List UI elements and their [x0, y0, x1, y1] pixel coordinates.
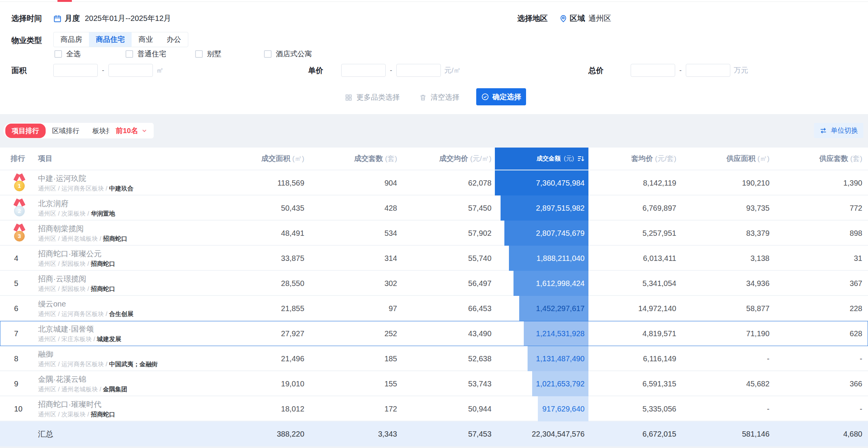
col-header-supply-area[interactable]: 供应面积 (㎡) — [676, 154, 769, 164]
table-row[interactable]: 9金隅·花溪云锦通州区 / 通州老城板块 / 金隅集团19,01015553,7… — [0, 371, 868, 396]
unit-avg-price-cell: 14,972,140 — [588, 304, 676, 313]
project-cell: 招商·云璟揽阅通州区 / 梨园板块 / 招商蛇口 — [38, 274, 213, 292]
ranking-tab[interactable]: 项目排行 — [5, 124, 46, 138]
unit-avg-price-cell: 5,335,056 — [588, 405, 676, 413]
total-price-unit-label: 万元 — [734, 65, 748, 75]
total-price-max-input[interactable] — [686, 64, 730, 77]
checkbox-box[interactable] — [264, 50, 272, 58]
unit-avg-price-cell: 5,257,951 — [588, 229, 676, 238]
rank-cell: 10 — [9, 405, 38, 413]
col-header-supply-units[interactable]: 供应套数 (套) — [769, 154, 862, 164]
subtype-checkbox[interactable]: 普通住宅 — [126, 49, 166, 59]
clear-selection-label: 清空选择 — [431, 92, 459, 102]
deal-units-cell: 302 — [304, 279, 397, 288]
project-name[interactable]: 北京润府 — [38, 199, 213, 208]
deal-amount-bar: 2,807,745,679 — [504, 221, 588, 246]
summary-deal-amount: 22,304,547,576 — [491, 430, 588, 438]
area-max-input[interactable] — [108, 64, 153, 77]
region-value[interactable]: 通州区 — [588, 13, 611, 24]
unit-price-unit-label: 元/㎡ — [444, 65, 461, 75]
project-name[interactable]: 招商朝棠揽阅 — [38, 224, 213, 233]
deal-area-cell: 33,875 — [213, 254, 304, 263]
supply-area-cell: 71,190 — [676, 329, 769, 338]
subtype-checkbox[interactable]: 全选 — [54, 49, 81, 59]
supply-area-cell: - — [676, 354, 769, 363]
project-name[interactable]: 中建·运河玖院 — [38, 174, 213, 183]
total-price-min-input[interactable] — [631, 64, 675, 77]
table-header: 排行 项目 成交面积 (㎡) 成交套数 (套) 成交均价 (元/㎡) 成交金额 … — [0, 148, 868, 170]
top-n-dropdown[interactable]: 前10名 — [109, 123, 154, 138]
ranking-tab[interactable]: 区域排行 — [46, 124, 86, 138]
developer-name: 金隅集团 — [103, 386, 127, 392]
time-range-value[interactable]: 2025年01月--2025年12月 — [85, 13, 171, 24]
check-circle-icon — [481, 93, 489, 101]
deal-amount-bar: 7,360,475,984 — [495, 170, 588, 195]
clear-selection-button[interactable]: 清空选择 — [419, 92, 459, 102]
time-mode-toggle[interactable]: 月度 — [65, 13, 80, 24]
supply-area-cell: - — [676, 405, 769, 413]
subtype-checkbox[interactable]: 别墅 — [195, 49, 221, 59]
rank-number: 6 — [9, 304, 18, 313]
property-type-tab[interactable]: 商业 — [132, 32, 160, 47]
col-header-deal-avg-price[interactable]: 成交均价 (元/㎡) — [397, 154, 491, 164]
unit-avg-price-cell: 6,769,897 — [588, 204, 676, 213]
confirm-selection-button[interactable]: 确定选择 — [476, 88, 526, 105]
grid-icon — [345, 94, 353, 102]
rank-number: 4 — [9, 254, 18, 263]
table-row[interactable]: 6缦云one通州区 / 运河商务区板块 / 合生创展21,8559766,453… — [0, 296, 868, 321]
project-name[interactable]: 金隅·花溪云锦 — [38, 375, 213, 384]
region-scope-toggle[interactable]: 区域 — [570, 13, 585, 24]
deal-amount-bar: 1,452,297,617 — [519, 296, 588, 321]
project-path: 通州区 / 次渠板块 / 招商蛇口 — [38, 411, 213, 418]
deal-amount-cell: 1,131,487,490 — [491, 346, 588, 371]
time-filter-group: 选择时间 月度 2025年01月--2025年12月 — [11, 13, 171, 24]
checkbox-box[interactable] — [54, 50, 62, 58]
unit-switch-button[interactable]: 单位切换 — [814, 123, 863, 138]
table-row[interactable]: 4招商蛇口·璀璨公元通州区 / 梨园板块 / 招商蛇口33,87531455,7… — [0, 246, 868, 271]
property-type-tab[interactable]: 商品房 — [54, 32, 89, 47]
table-row[interactable]: 3招商朝棠揽阅通州区 / 通州老城板块 / 招商蛇口48,49153457,90… — [0, 221, 868, 246]
project-name[interactable]: 融御 — [38, 350, 213, 359]
deal-amount-cell: 1,214,531,928 — [491, 321, 588, 346]
project-name[interactable]: 缦云one — [38, 299, 213, 308]
supply-units-cell: - — [769, 405, 862, 413]
deal-area-cell: 19,010 — [213, 380, 304, 388]
table-row[interactable]: 10招商蛇口·璀璨时代通州区 / 次渠板块 / 招商蛇口18,01217250,… — [0, 396, 868, 421]
medal-bronze-icon: 3 — [12, 224, 27, 241]
area-min-input[interactable] — [53, 64, 98, 77]
col-header-deal-amount[interactable]: 成交金额 (元) — [491, 148, 588, 170]
table-row[interactable]: 1中建·运河玖院通州区 / 运河商务区板块 / 中建玖合118,56990462… — [0, 170, 868, 195]
project-path: 通州区 / 梨园板块 / 招商蛇口 — [38, 285, 213, 292]
supply-units-cell: 228 — [769, 304, 862, 313]
unit-price-min-input[interactable] — [341, 64, 386, 77]
col-header-deal-area[interactable]: 成交面积 (㎡) — [213, 154, 304, 164]
checkbox-label: 全选 — [66, 49, 81, 59]
project-name[interactable]: 招商蛇口·璀璨公元 — [38, 249, 213, 258]
summary-unit-avg-price: 6,672,015 — [588, 430, 676, 438]
more-categories-button[interactable]: 更多品类选择 — [345, 92, 400, 102]
supply-units-cell: 367 — [769, 279, 862, 288]
checkbox-box[interactable] — [126, 50, 133, 58]
table-row[interactable]: 8融御通州区 / 运河商务区板块 / 中国武夷；金融街21,49618552,6… — [0, 346, 868, 371]
table-row[interactable]: 5招商·云璟揽阅通州区 / 梨园板块 / 招商蛇口28,55030256,497… — [0, 271, 868, 296]
unit-avg-price-cell: 6,591,315 — [588, 380, 676, 388]
project-cell: 招商蛇口·璀璨公元通州区 / 梨园板块 / 招商蛇口 — [38, 249, 213, 267]
col-header-deal-units[interactable]: 成交套数 (套) — [304, 154, 397, 164]
property-type-tab[interactable]: 办公 — [160, 32, 188, 47]
table-row[interactable]: 2北京润府通州区 / 次渠板块 / 华润置地50,43542857,4502,8… — [0, 195, 868, 221]
table-row[interactable]: 7北京城建·国誉颂通州区 / 宋庄东板块 / 城建发展27,92725243,4… — [0, 321, 868, 346]
deal-units-cell: 314 — [304, 254, 397, 263]
unit-avg-price-cell: 4,819,571 — [588, 329, 676, 338]
col-header-unit-avg-price[interactable]: 套均价 (元/套) — [588, 154, 676, 164]
project-name[interactable]: 北京城建·国誉颂 — [38, 324, 213, 334]
property-type-tab[interactable]: 商品住宅 — [89, 32, 132, 47]
project-name[interactable]: 招商蛇口·璀璨时代 — [38, 400, 213, 409]
subtype-checkbox[interactable]: 酒店式公寓 — [264, 49, 312, 59]
checkbox-label: 普通住宅 — [137, 49, 166, 59]
supply-units-cell: 1,390 — [769, 179, 862, 187]
checkbox-box[interactable] — [195, 50, 203, 58]
unit-price-max-input[interactable] — [396, 64, 441, 77]
project-name[interactable]: 招商·云璟揽阅 — [38, 274, 213, 283]
supply-units-cell: 772 — [769, 204, 862, 213]
deal-amount-bar: 1,612,998,424 — [513, 271, 588, 296]
